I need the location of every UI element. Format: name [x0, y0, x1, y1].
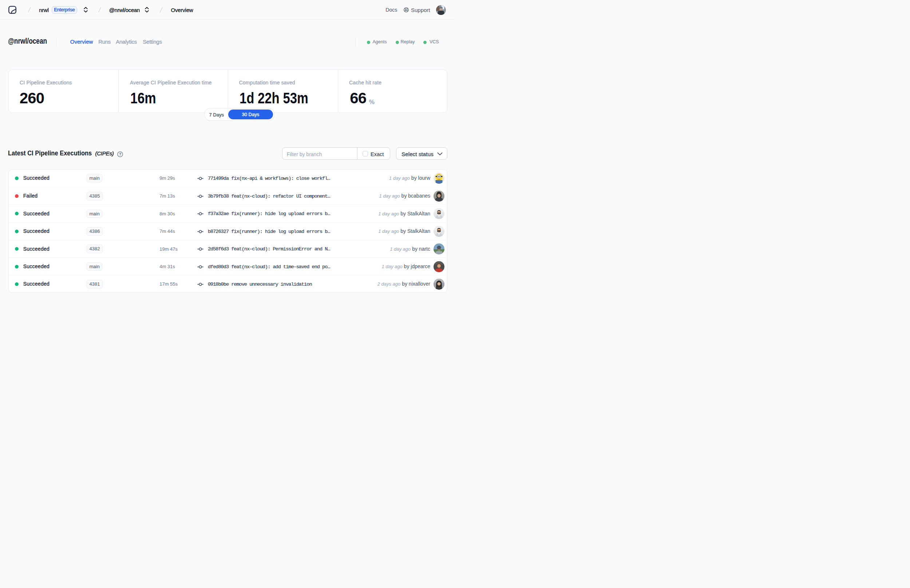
svg-text:?: ? — [119, 152, 121, 156]
